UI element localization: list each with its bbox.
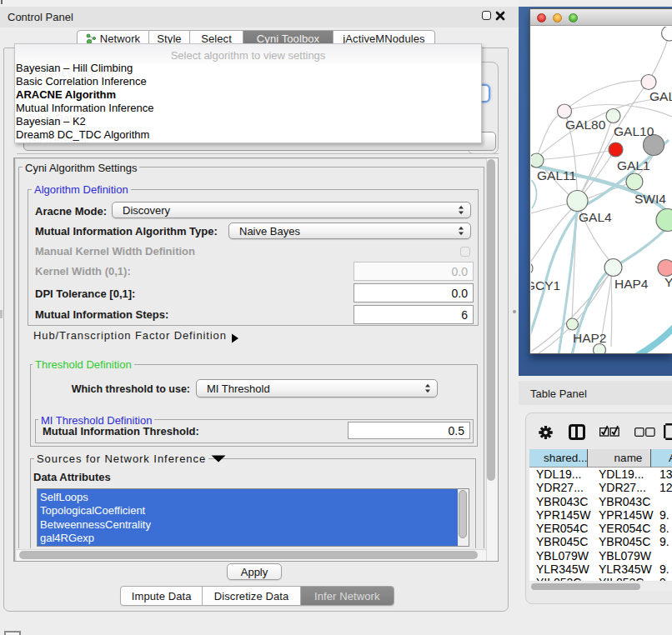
svg-text:HAP4: HAP4 xyxy=(614,277,649,291)
svg-text:GAL1: GAL1 xyxy=(617,158,650,172)
svg-text:GAL11: GAL11 xyxy=(537,168,576,182)
svg-text:GAL4: GAL4 xyxy=(579,210,612,224)
svg-text:Y: Y xyxy=(664,275,672,289)
svg-text:SWI4: SWI4 xyxy=(634,192,666,206)
svg-text:GCY1: GCY1 xyxy=(531,278,560,292)
svg-text:GAL10: GAL10 xyxy=(614,124,654,138)
svg-text:GAL7: GAL7 xyxy=(649,89,672,103)
svg-text:HAP2: HAP2 xyxy=(573,331,607,345)
svg-text:GAL80: GAL80 xyxy=(565,118,606,132)
